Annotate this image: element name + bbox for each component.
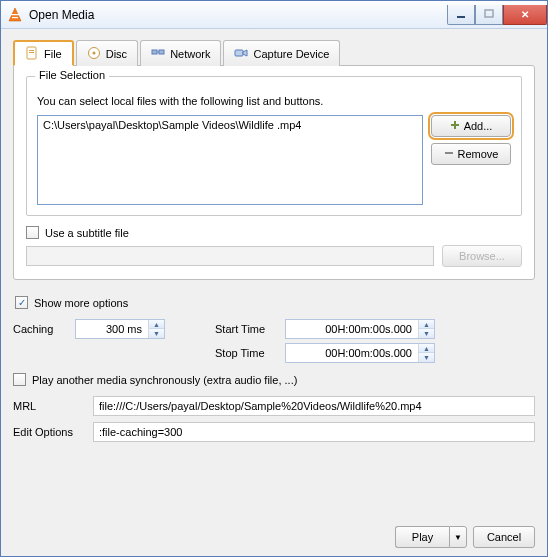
tab-disc[interactable]: Disc [76, 40, 138, 66]
tab-bar: File Disc Network Capture Device [13, 39, 535, 65]
tab-capture[interactable]: Capture Device [223, 40, 340, 66]
play-sync-checkbox[interactable] [13, 373, 26, 386]
edit-options-field[interactable]: :file-caching=300 [93, 422, 535, 442]
play-dropdown-icon[interactable]: ▼ [449, 526, 467, 548]
open-media-window: Open Media ✕ File Disc Network Capture D… [0, 0, 548, 557]
svg-rect-10 [152, 50, 157, 54]
caching-spinner[interactable]: 300 ms ▲▼ [75, 319, 165, 339]
start-time-spinner[interactable]: 00H:00m:00s.000 ▲▼ [285, 319, 435, 339]
chevron-up-icon[interactable]: ▲ [419, 320, 434, 329]
svg-rect-6 [29, 50, 34, 51]
app-icon [7, 7, 23, 23]
tab-network-label: Network [170, 48, 210, 60]
remove-button[interactable]: Remove [431, 143, 511, 165]
file-icon [25, 46, 39, 62]
show-more-label: Show more options [34, 297, 128, 309]
maximize-button[interactable] [475, 5, 503, 25]
tab-network[interactable]: Network [140, 40, 221, 66]
svg-rect-3 [457, 16, 465, 18]
minimize-button[interactable] [447, 5, 475, 25]
stop-time-label: Stop Time [215, 347, 285, 359]
svg-rect-1 [11, 14, 19, 15]
svg-rect-13 [235, 50, 243, 56]
window-title: Open Media [29, 8, 94, 22]
chevron-down-icon[interactable]: ▼ [149, 329, 164, 338]
file-panel: File Selection You can select local file… [13, 65, 535, 280]
start-time-value: 00H:00m:00s.000 [286, 323, 418, 335]
add-button-label: Add... [464, 120, 493, 132]
play-sync-label: Play another media synchronously (extra … [32, 374, 297, 386]
svg-marker-14 [243, 50, 247, 56]
show-more-checkbox[interactable]: ✓ [15, 296, 28, 309]
chevron-down-icon[interactable]: ▼ [419, 329, 434, 338]
file-selection-hint: You can select local files with the foll… [37, 95, 511, 107]
mrl-label: MRL [13, 400, 93, 412]
tab-file-label: File [44, 48, 62, 60]
plus-icon [450, 120, 460, 132]
minus-icon [444, 148, 454, 160]
svg-rect-7 [29, 52, 34, 53]
cancel-button[interactable]: Cancel [473, 526, 535, 548]
file-selection-group: File Selection You can select local file… [26, 76, 522, 216]
tab-capture-label: Capture Device [253, 48, 329, 60]
mrl-field[interactable]: file:///C:/Users/payal/Desktop/Sample%20… [93, 396, 535, 416]
more-options-section: ✓ Show more options Caching 300 ms ▲▼ St… [13, 288, 535, 448]
subtitle-path-field [26, 246, 434, 266]
chevron-up-icon[interactable]: ▲ [419, 344, 434, 353]
tab-file[interactable]: File [13, 40, 74, 66]
subtitle-checkbox-label: Use a subtitle file [45, 227, 129, 239]
file-selection-title: File Selection [35, 69, 109, 81]
remove-button-label: Remove [458, 148, 499, 160]
svg-rect-11 [159, 50, 164, 54]
caching-label: Caching [13, 323, 75, 335]
file-list[interactable]: C:\Users\payal\Desktop\Sample Videos\Wil… [37, 115, 423, 205]
start-time-label: Start Time [215, 323, 285, 335]
svg-rect-2 [12, 17, 18, 18]
cancel-button-label: Cancel [487, 531, 521, 543]
subtitle-checkbox[interactable] [26, 226, 39, 239]
file-list-item[interactable]: C:\Users\payal\Desktop\Sample Videos\Wil… [43, 119, 417, 131]
browse-button: Browse... [442, 245, 522, 267]
svg-rect-4 [485, 10, 493, 17]
play-button-label: Play [412, 531, 433, 543]
svg-point-9 [92, 51, 95, 54]
client-area: File Disc Network Capture Device File Se… [1, 29, 547, 556]
titlebar[interactable]: Open Media ✕ [1, 1, 547, 29]
window-controls: ✕ [447, 5, 547, 25]
browse-button-label: Browse... [459, 250, 505, 262]
add-button[interactable]: Add... [431, 115, 511, 137]
caching-value: 300 ms [76, 323, 148, 335]
chevron-down-icon[interactable]: ▼ [419, 353, 434, 362]
tab-disc-label: Disc [106, 48, 127, 60]
stop-time-value: 00H:00m:00s.000 [286, 347, 418, 359]
capture-icon [234, 46, 248, 62]
stop-time-spinner[interactable]: 00H:00m:00s.000 ▲▼ [285, 343, 435, 363]
bottom-bar: Play ▼ Cancel [13, 516, 535, 548]
play-button[interactable]: Play ▼ [395, 526, 467, 548]
close-button[interactable]: ✕ [503, 5, 547, 25]
disc-icon [87, 46, 101, 62]
chevron-up-icon[interactable]: ▲ [149, 320, 164, 329]
edit-options-label: Edit Options [13, 426, 93, 438]
network-icon [151, 46, 165, 62]
